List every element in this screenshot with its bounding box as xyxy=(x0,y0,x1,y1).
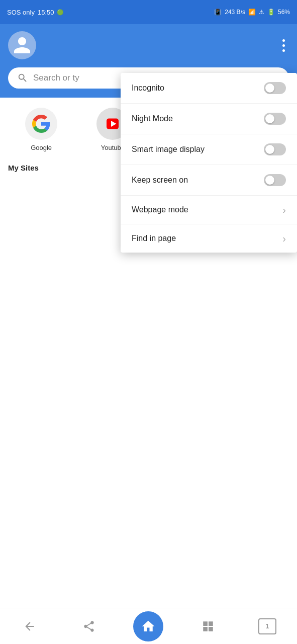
battery-percent: 56% xyxy=(278,9,290,16)
share-icon xyxy=(82,620,95,633)
wifi-icon: 📶 xyxy=(248,9,256,16)
vibrate-icon: 📳 xyxy=(214,9,222,16)
webpage-mode-label: Webpage mode xyxy=(132,205,188,214)
user-icon xyxy=(12,35,32,55)
status-left: SOS only 15:50 🟢 xyxy=(7,9,64,16)
tabs-count-button[interactable]: 1 xyxy=(252,611,282,641)
smart-image-display-label: Smart image display xyxy=(132,145,205,154)
night-mode-toggle[interactable] xyxy=(264,113,286,125)
dropdown-incognito[interactable]: Incognito xyxy=(121,73,297,104)
status-bar: SOS only 15:50 🟢 📳 243 B/s 📶 ⚠ 🔋 56% xyxy=(0,0,297,24)
avatar[interactable] xyxy=(8,31,36,59)
site-google[interactable]: Google xyxy=(8,108,74,151)
keep-screen-on-label: Keep screen on xyxy=(132,176,188,185)
tabs-badge: 1 xyxy=(258,618,276,634)
find-in-page-chevron: › xyxy=(282,233,286,244)
alert-icon: ⚠ xyxy=(259,9,264,16)
search-icon xyxy=(17,72,28,84)
webpage-mode-chevron: › xyxy=(282,205,286,215)
sos-text: SOS only xyxy=(7,9,35,16)
back-button[interactable] xyxy=(15,611,45,641)
find-in-page-label: Find in page xyxy=(132,234,176,243)
google-label: Google xyxy=(31,144,52,151)
dropdown-keep-screen-on[interactable]: Keep screen on xyxy=(121,165,297,196)
tabs-grid-icon xyxy=(202,620,215,633)
dropdown-smart-image-display[interactable]: Smart image display xyxy=(121,134,297,165)
header xyxy=(0,24,297,67)
green-icon: 🟢 xyxy=(57,9,64,16)
status-right: 📳 243 B/s 📶 ⚠ 🔋 56% xyxy=(214,9,290,16)
dropdown-night-mode[interactable]: Night Mode xyxy=(121,104,297,134)
dropdown-find-in-page[interactable]: Find in page › xyxy=(121,224,297,253)
night-mode-label: Night Mode xyxy=(132,114,173,123)
keep-screen-on-toggle[interactable] xyxy=(264,174,286,186)
incognito-label: Incognito xyxy=(132,84,164,93)
google-icon xyxy=(32,115,50,133)
dropdown-webpage-mode[interactable]: Webpage mode › xyxy=(121,196,297,224)
home-button[interactable] xyxy=(133,611,163,641)
back-icon xyxy=(23,620,36,633)
bottom-nav: 1 xyxy=(0,608,297,644)
share-button[interactable] xyxy=(74,611,104,641)
search-input[interactable]: Search or ty xyxy=(33,73,79,83)
home-icon xyxy=(141,619,156,634)
incognito-toggle[interactable] xyxy=(264,82,286,94)
more-options-button[interactable] xyxy=(278,35,289,56)
time: 15:50 xyxy=(38,9,54,16)
google-icon-wrap xyxy=(25,108,57,140)
smart-image-display-toggle[interactable] xyxy=(264,143,286,155)
tabs-grid-button[interactable] xyxy=(193,611,223,641)
tabs-count: 1 xyxy=(265,622,269,630)
dropdown-menu: Incognito Night Mode Smart image display… xyxy=(121,73,297,253)
youtube-icon xyxy=(104,115,122,133)
battery-icon: 🔋 xyxy=(267,9,275,16)
signal-text: 243 B/s xyxy=(225,9,245,16)
